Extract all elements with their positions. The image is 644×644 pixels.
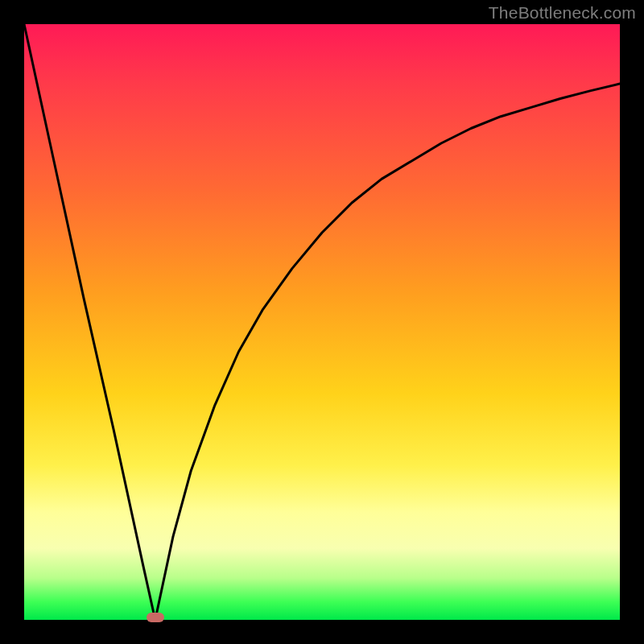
watermark-text: TheBottleneck.com <box>489 3 636 23</box>
plot-area <box>24 24 620 620</box>
bottleneck-curve <box>24 24 620 620</box>
curve-path <box>24 24 620 620</box>
chart-frame: TheBottleneck.com <box>0 0 644 644</box>
minimum-marker <box>147 613 164 622</box>
